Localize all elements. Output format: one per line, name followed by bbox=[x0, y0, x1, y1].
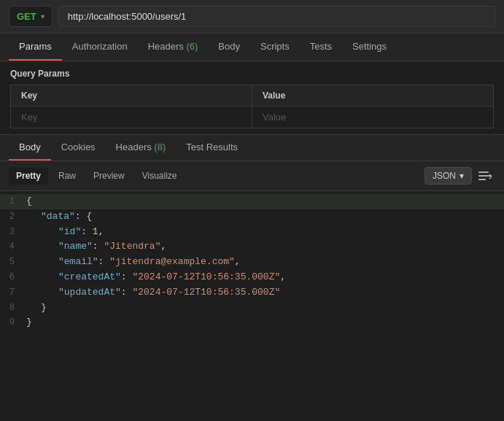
params-table: Key Value Key Value bbox=[10, 85, 494, 128]
tab-body[interactable]: Body bbox=[208, 34, 250, 61]
response-headers-count: (8) bbox=[154, 142, 166, 152]
method-chevron-icon: ▾ bbox=[41, 12, 44, 20]
url-bar: GET ▾ bbox=[0, 0, 504, 34]
svg-rect-0 bbox=[478, 171, 489, 173]
wrap-icon[interactable] bbox=[475, 166, 495, 186]
json-content: 1 { 2 "data": { 3 "id": 1, 4 "name": "Ji… bbox=[0, 191, 504, 333]
json-line-2: 2 "data": { bbox=[0, 209, 504, 225]
request-tabs: Params Authorization Headers (6) Body Sc… bbox=[0, 34, 504, 61]
key-placeholder[interactable]: Key bbox=[11, 107, 252, 128]
json-line-4: 4 "name": "Jitendra", bbox=[0, 239, 504, 255]
body-tab-raw[interactable]: Raw bbox=[51, 167, 83, 185]
tab-tests[interactable]: Tests bbox=[300, 34, 342, 61]
tab-settings[interactable]: Settings bbox=[342, 34, 397, 61]
format-chevron-icon: ▾ bbox=[460, 171, 464, 181]
json-line-6: 6 "createdAt": "2024-07-12T10:56:35.000Z… bbox=[0, 270, 504, 285]
tab-params[interactable]: Params bbox=[9, 34, 62, 61]
json-line-1: 1 { bbox=[0, 194, 504, 209]
value-column-header: Value bbox=[252, 85, 494, 107]
value-placeholder[interactable]: Value bbox=[252, 107, 494, 128]
key-column-header: Key bbox=[11, 85, 252, 107]
json-line-7: 7 "updatedAt": "2024-07-12T10:56:35.000Z… bbox=[0, 285, 504, 301]
body-tab-pretty[interactable]: Pretty bbox=[9, 167, 48, 185]
response-section: Body Cookies Headers (8) Test Results Pr… bbox=[0, 134, 504, 333]
tab-headers[interactable]: Headers (6) bbox=[138, 34, 209, 61]
response-tabs: Body Cookies Headers (8) Test Results bbox=[0, 135, 504, 161]
format-selector[interactable]: JSON ▾ bbox=[424, 167, 472, 185]
query-params-title: Query Params bbox=[10, 69, 494, 79]
body-toolbar: Pretty Raw Preview Visualize JSON ▾ bbox=[0, 161, 504, 191]
svg-rect-2 bbox=[478, 179, 486, 180]
json-line-5: 5 "email": "jitendra@example.com", bbox=[0, 255, 504, 270]
tab-scripts[interactable]: Scripts bbox=[250, 34, 300, 61]
body-tab-preview[interactable]: Preview bbox=[86, 167, 132, 185]
json-line-9: 9 } bbox=[0, 315, 504, 331]
response-tab-test-results[interactable]: Test Results bbox=[176, 135, 248, 161]
response-tab-headers[interactable]: Headers (8) bbox=[106, 135, 177, 161]
json-line-3: 3 "id": 1, bbox=[0, 225, 504, 240]
response-tab-body[interactable]: Body bbox=[9, 135, 51, 161]
tab-authorization[interactable]: Authorization bbox=[62, 34, 138, 61]
body-tab-visualize[interactable]: Visualize bbox=[135, 167, 185, 185]
format-label: JSON bbox=[433, 171, 456, 181]
method-selector[interactable]: GET ▾ bbox=[9, 6, 53, 27]
response-tab-cookies[interactable]: Cookies bbox=[51, 135, 106, 161]
json-line-8: 8 } bbox=[0, 301, 504, 316]
headers-count: (6) bbox=[186, 41, 198, 52]
url-input[interactable] bbox=[58, 6, 495, 27]
method-label: GET bbox=[17, 11, 36, 22]
params-empty-row: Key Value bbox=[11, 107, 494, 128]
query-params-section: Query Params Key Value Key Value bbox=[0, 61, 504, 128]
